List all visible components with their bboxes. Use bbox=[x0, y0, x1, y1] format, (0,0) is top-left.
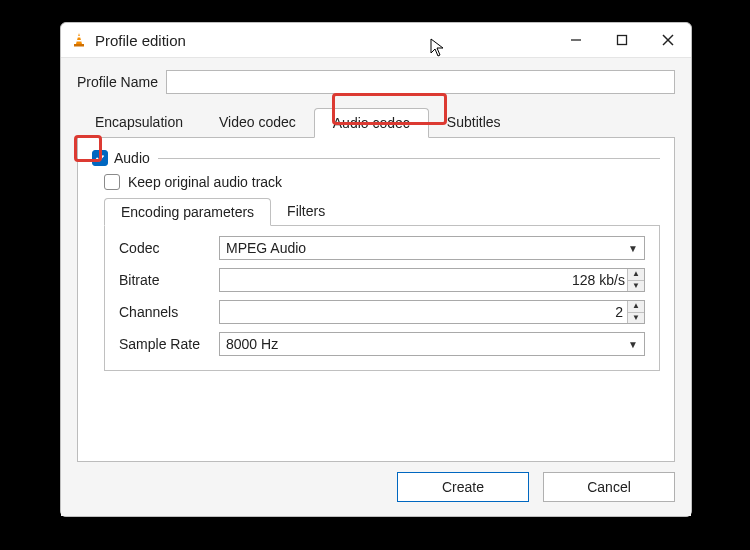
chevron-down-icon: ▼ bbox=[628, 339, 638, 350]
subtab-filters[interactable]: Filters bbox=[271, 198, 341, 225]
audio-enable-checkbox[interactable] bbox=[92, 150, 108, 166]
profile-name-row: Profile Name bbox=[77, 70, 675, 94]
codec-select[interactable]: MPEG Audio ▼ bbox=[219, 236, 645, 260]
tab-encapsulation[interactable]: Encapsulation bbox=[77, 108, 201, 137]
audio-subtabs: Encoding parameters Filters bbox=[104, 198, 660, 226]
svg-rect-3 bbox=[74, 44, 84, 47]
channels-spinbox[interactable]: 2 ▲ ▼ bbox=[219, 300, 645, 324]
codec-row: Codec MPEG Audio ▼ bbox=[119, 236, 645, 260]
window-title: Profile edition bbox=[95, 32, 186, 49]
minimize-button[interactable] bbox=[553, 23, 599, 57]
channels-value: 2 bbox=[226, 304, 627, 320]
profile-edition-window: Profile edition Profile Name Encapsulati… bbox=[60, 22, 692, 517]
samplerate-label: Sample Rate bbox=[119, 336, 219, 352]
audio-group-label: Audio bbox=[114, 150, 150, 166]
samplerate-select[interactable]: 8000 Hz ▼ bbox=[219, 332, 645, 356]
channels-row: Channels 2 ▲ ▼ bbox=[119, 300, 645, 324]
bitrate-row: Bitrate 128 kb/s ▲ ▼ bbox=[119, 268, 645, 292]
create-button[interactable]: Create bbox=[397, 472, 529, 502]
svg-marker-0 bbox=[76, 33, 82, 44]
svg-rect-1 bbox=[77, 36, 80, 38]
chevron-down-icon: ▼ bbox=[628, 243, 638, 254]
profile-name-input[interactable] bbox=[166, 70, 675, 94]
samplerate-row: Sample Rate 8000 Hz ▼ bbox=[119, 332, 645, 356]
main-tabs: Encapsulation Video codec Audio codec Su… bbox=[77, 108, 675, 138]
codec-label: Codec bbox=[119, 240, 219, 256]
tab-video-codec[interactable]: Video codec bbox=[201, 108, 314, 137]
codec-value: MPEG Audio bbox=[226, 240, 306, 256]
bitrate-label: Bitrate bbox=[119, 272, 219, 288]
audio-codec-panel: Audio Keep original audio track Encoding… bbox=[77, 138, 675, 462]
close-button[interactable] bbox=[645, 23, 691, 57]
encoding-parameters-panel: Codec MPEG Audio ▼ Bitrate 128 kb/s ▲ ▼ bbox=[104, 226, 660, 371]
channels-step-up[interactable]: ▲ bbox=[628, 301, 644, 312]
titlebar: Profile edition bbox=[61, 23, 691, 58]
bitrate-unit: kb/s bbox=[599, 272, 627, 288]
vlc-cone-icon bbox=[71, 32, 87, 48]
keep-original-row: Keep original audio track bbox=[104, 174, 660, 190]
samplerate-value: 8000 Hz bbox=[226, 336, 278, 352]
svg-rect-2 bbox=[77, 40, 82, 42]
dialog-footer: Create Cancel bbox=[77, 462, 675, 502]
tab-audio-codec[interactable]: Audio codec bbox=[314, 108, 429, 138]
maximize-button[interactable] bbox=[599, 23, 645, 57]
keep-original-label: Keep original audio track bbox=[128, 174, 282, 190]
cancel-button[interactable]: Cancel bbox=[543, 472, 675, 502]
channels-label: Channels bbox=[119, 304, 219, 320]
client-area: Profile Name Encapsulation Video codec A… bbox=[61, 58, 691, 516]
channels-step-down[interactable]: ▼ bbox=[628, 312, 644, 324]
tab-subtitles[interactable]: Subtitles bbox=[429, 108, 519, 137]
keep-original-checkbox[interactable] bbox=[104, 174, 120, 190]
profile-name-label: Profile Name bbox=[77, 74, 158, 90]
bitrate-spinbox[interactable]: 128 kb/s ▲ ▼ bbox=[219, 268, 645, 292]
bitrate-step-down[interactable]: ▼ bbox=[628, 280, 644, 292]
subtab-encoding-parameters[interactable]: Encoding parameters bbox=[104, 198, 271, 226]
audio-group-header: Audio bbox=[92, 150, 660, 166]
bitrate-value: 128 bbox=[226, 272, 599, 288]
svg-rect-5 bbox=[618, 36, 627, 45]
bitrate-step-up[interactable]: ▲ bbox=[628, 269, 644, 280]
